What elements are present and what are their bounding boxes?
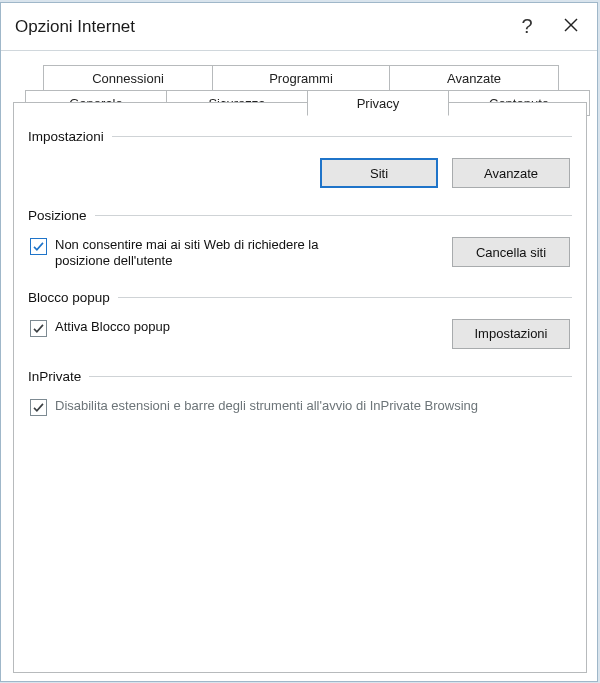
clear-sites-button[interactable]: Cancella siti	[452, 237, 570, 267]
tab-privacy[interactable]: Privacy	[307, 90, 449, 116]
tab-advanced[interactable]: Avanzate	[389, 65, 559, 91]
group-settings-label: Impostazioni	[28, 129, 112, 144]
inprivate-disable-ext-checkbox[interactable]	[30, 399, 47, 416]
internet-options-dialog: Opzioni Internet ? Connessioni Programmi…	[0, 2, 598, 682]
group-popup-label: Blocco popup	[28, 290, 118, 305]
check-icon	[32, 401, 45, 414]
tab-connections[interactable]: Connessioni	[43, 65, 213, 91]
help-button[interactable]: ?	[505, 4, 549, 50]
tab-programs[interactable]: Programmi	[212, 65, 390, 91]
popup-enable-checkbox[interactable]	[30, 320, 47, 337]
tab-panel-privacy: Impostazioni Siti Avanzate Posizione	[13, 102, 587, 673]
group-popup-heading: Blocco popup	[28, 290, 572, 305]
group-inprivate-heading: InPrivate	[28, 369, 572, 384]
popup-enable-label: Attiva Blocco popup	[55, 319, 170, 335]
group-location-label: Posizione	[28, 208, 95, 223]
location-never-allow-label: Non consentire mai ai siti Web di richie…	[55, 237, 355, 270]
divider	[118, 297, 572, 298]
sites-button[interactable]: Siti	[320, 158, 438, 188]
help-icon: ?	[521, 15, 532, 38]
divider	[112, 136, 572, 137]
close-icon	[563, 15, 579, 38]
location-never-allow-checkbox[interactable]	[30, 238, 47, 255]
close-button[interactable]	[549, 4, 593, 50]
window-title: Opzioni Internet	[15, 17, 505, 37]
divider	[89, 376, 572, 377]
group-settings-heading: Impostazioni	[28, 129, 572, 144]
divider	[95, 215, 572, 216]
popup-settings-button[interactable]: Impostazioni	[452, 319, 570, 349]
group-inprivate-label: InPrivate	[28, 369, 89, 384]
dialog-body: Connessioni Programmi Avanzate Generale …	[1, 51, 597, 681]
check-icon	[32, 240, 45, 253]
inprivate-disable-ext-label: Disabilita estensioni e barre degli stru…	[55, 398, 478, 414]
check-icon	[32, 322, 45, 335]
titlebar: Opzioni Internet ?	[1, 3, 597, 51]
advanced-button[interactable]: Avanzate	[452, 158, 570, 188]
group-location-heading: Posizione	[28, 208, 572, 223]
